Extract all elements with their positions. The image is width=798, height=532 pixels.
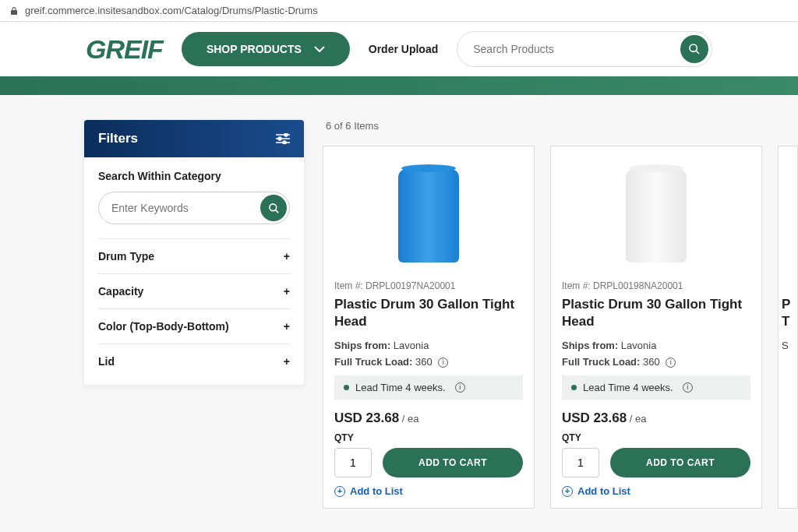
- add-to-list-link[interactable]: +Add to List: [562, 485, 750, 497]
- lead-time-text: Lead Time 4 weeks.: [355, 382, 446, 393]
- plus-icon: +: [284, 250, 290, 262]
- plus-icon: +: [284, 320, 290, 333]
- svg-point-5: [278, 137, 281, 140]
- filters-title: Filters: [98, 131, 138, 146]
- filter-label: Color (Top-Body-Bottom): [98, 320, 229, 333]
- qty-input[interactable]: [334, 448, 372, 477]
- price: USD 23.68 / ea: [334, 410, 523, 426]
- ships-from: Ships from: Lavonia: [562, 340, 750, 351]
- search-icon: [268, 203, 280, 214]
- product-title: PT: [782, 296, 794, 330]
- filter-row[interactable]: Color (Top-Body-Bottom)+: [98, 308, 290, 344]
- full-truck-load: Full Truck Load: 360 i: [334, 356, 523, 368]
- plus-circle-icon: +: [562, 486, 573, 497]
- qty-label: QTY: [562, 432, 750, 443]
- qty-label: QTY: [334, 432, 523, 443]
- item-number: Item #: DRPL00198NA20001: [562, 280, 750, 291]
- search-within-input[interactable]: [111, 202, 260, 214]
- browser-address-bar: greif.commerce.insitesandbox.com/Catalog…: [0, 0, 798, 22]
- svg-point-7: [283, 141, 286, 144]
- filter-label: Lid: [98, 355, 115, 368]
- accent-band: [0, 76, 798, 95]
- search-within-container: [98, 192, 290, 224]
- filter-row[interactable]: Lid+: [98, 344, 290, 379]
- svg-point-8: [269, 203, 276, 210]
- search-within-label: Search Within Category: [98, 170, 290, 182]
- plus-icon: +: [284, 285, 290, 298]
- shop-products-button[interactable]: SHOP PRODUCTS: [182, 32, 350, 66]
- svg-point-0: [690, 44, 697, 51]
- chevron-down-icon: [314, 46, 325, 52]
- full-truck-load: Full Truck Load: 360 i: [562, 356, 750, 368]
- results-count: 6 of 6 Items: [323, 120, 798, 132]
- product-title[interactable]: Plastic Drum 30 Gallon Tight Head: [334, 296, 523, 330]
- info-icon[interactable]: i: [455, 382, 465, 393]
- add-to-list-link[interactable]: +Add to List: [334, 485, 523, 497]
- qty-row: ADD TO CART: [334, 448, 523, 477]
- price: USD 23.68 / ea: [562, 410, 750, 426]
- ships-from: Ships from: Lavonia: [334, 340, 523, 351]
- product-image: [334, 157, 523, 274]
- product-card: Item #: DRPL00197NA20001 Plastic Drum 30…: [323, 146, 535, 509]
- product-image: [562, 157, 750, 274]
- plus-icon: +: [284, 355, 290, 368]
- search-icon: [688, 43, 701, 55]
- info-icon[interactable]: i: [438, 358, 448, 368]
- svg-line-9: [275, 210, 278, 213]
- drum-icon: [626, 169, 687, 262]
- logo[interactable]: GREIF: [86, 34, 163, 65]
- product-card-partial: PTS: [778, 146, 798, 509]
- search-within-button[interactable]: [260, 195, 287, 221]
- info-icon[interactable]: i: [666, 358, 676, 368]
- qty-row: ADD TO CART: [562, 448, 750, 477]
- order-upload-link[interactable]: Order Upload: [369, 43, 438, 55]
- search-button[interactable]: [680, 35, 708, 63]
- product-card: Item #: DRPL00198NA20001 Plastic Drum 30…: [550, 146, 762, 509]
- site-header: GREIF SHOP PRODUCTS Order Upload: [0, 22, 798, 76]
- filter-label: Capacity: [98, 285, 143, 298]
- filter-label: Drum Type: [98, 250, 154, 262]
- filters-header: Filters: [84, 120, 304, 157]
- lock-icon: [9, 6, 19, 16]
- products-area: 6 of 6 Items Item #: DRPL00197NA20001 Pl…: [323, 120, 798, 509]
- status-dot-icon: [344, 385, 349, 390]
- search-container: [457, 31, 712, 67]
- shop-products-label: SHOP PRODUCTS: [207, 43, 302, 55]
- item-number: Item #: DRPL00197NA20001: [334, 280, 523, 291]
- search-input[interactable]: [473, 43, 680, 55]
- drum-icon: [398, 169, 459, 262]
- info-icon[interactable]: i: [683, 382, 693, 393]
- url-text: greif.commerce.insitesandbox.com/Catalog…: [25, 5, 318, 16]
- status-dot-icon: [571, 385, 577, 390]
- add-to-cart-button[interactable]: ADD TO CART: [383, 448, 523, 477]
- svg-point-3: [284, 133, 288, 136]
- product-title[interactable]: Plastic Drum 30 Gallon Tight Head: [562, 296, 750, 330]
- add-to-cart-button[interactable]: ADD TO CART: [610, 448, 750, 477]
- plus-circle-icon: +: [334, 486, 345, 497]
- lead-time-banner: Lead Time 4 weeks.i: [562, 375, 750, 400]
- lead-time-text: Lead Time 4 weeks.: [583, 382, 673, 393]
- lead-time-banner: Lead Time 4 weeks.i: [334, 375, 523, 400]
- filters-panel: Filters Search Within Category Drum Type…: [84, 120, 304, 385]
- filter-row[interactable]: Capacity+: [98, 273, 290, 308]
- qty-input[interactable]: [562, 448, 599, 477]
- sliders-icon[interactable]: [276, 133, 290, 144]
- svg-line-1: [696, 51, 699, 54]
- main-content: Filters Search Within Category Drum Type…: [0, 95, 798, 509]
- filter-row[interactable]: Drum Type+: [98, 238, 290, 273]
